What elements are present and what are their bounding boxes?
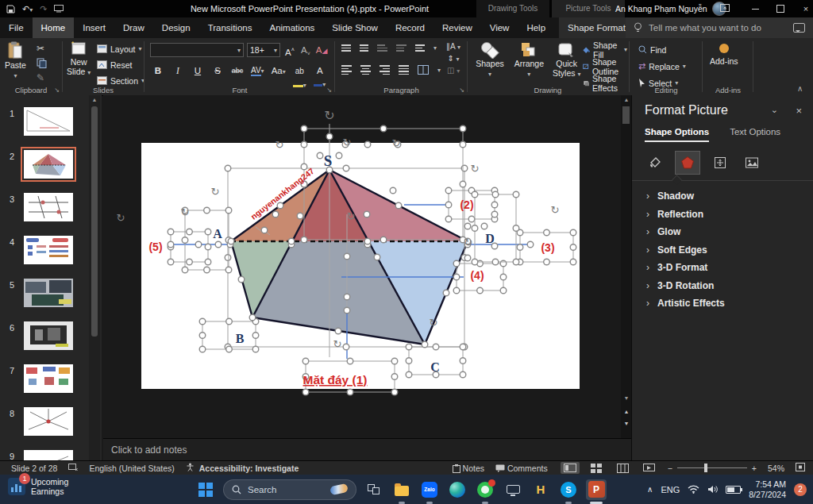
section-glow[interactable]: ›Glow: [632, 223, 813, 241]
tab-animations[interactable]: Animations: [260, 17, 323, 38]
replace-button[interactable]: ⇄ Replace▾: [638, 60, 686, 73]
tab-shape-options[interactable]: Shape Options: [645, 127, 709, 142]
panel-collapse-icon[interactable]: ⌄: [771, 105, 778, 115]
thumbnail-preview[interactable]: [24, 364, 73, 393]
underline-button[interactable]: U: [191, 64, 204, 77]
tab-home[interactable]: Home: [33, 17, 75, 38]
ribbon-display-options-button[interactable]: [713, 0, 737, 17]
font-color-button[interactable]: A▾: [314, 64, 326, 77]
selection-handle[interactable]: [277, 202, 283, 209]
slide-sorter-view-button[interactable]: [588, 462, 606, 475]
display-app-button[interactable]: [503, 479, 523, 500]
previous-slide-button[interactable]: ▲: [621, 409, 632, 414]
bullets-button[interactable]: [341, 44, 351, 52]
zoom-slider[interactable]: [677, 467, 747, 468]
selection-handle[interactable]: [199, 333, 206, 339]
selection-handle[interactable]: [391, 374, 398, 380]
selection-handle[interactable]: [468, 216, 475, 222]
restore-button[interactable]: [769, 0, 792, 17]
tab-record[interactable]: Record: [387, 17, 433, 38]
fill-line-icon[interactable]: [643, 152, 667, 174]
undo-button[interactable]: ↶▾: [22, 4, 33, 14]
selection-handle[interactable]: [205, 244, 211, 250]
selection-handle[interactable]: [344, 294, 350, 300]
selection-handle[interactable]: [406, 344, 412, 350]
selection-handle[interactable]: [491, 211, 498, 217]
scroll-up-icon[interactable]: ▲: [89, 97, 100, 102]
align-left-button[interactable]: [341, 65, 352, 75]
zoom-out-button[interactable]: −: [668, 464, 672, 473]
selection-handle[interactable]: [513, 225, 519, 232]
selection-handle[interactable]: [445, 202, 452, 208]
slide-editing-canvas[interactable]: ↻↻↻↻↻↻↻↻↻↻↻↻↻ S A B C D (5) (2) (3) (4) …: [103, 95, 631, 438]
notes-pane[interactable]: Click to add notes: [103, 438, 631, 460]
tab-review[interactable]: Review: [433, 17, 481, 38]
selection-handle[interactable]: [492, 259, 499, 265]
selection-handle[interactable]: [317, 152, 323, 159]
layout-button[interactable]: Layout▾: [97, 42, 144, 56]
tab-shape-format[interactable]: Shape Format: [559, 17, 634, 38]
start-button[interactable]: [195, 479, 216, 500]
selection-handle[interactable]: [460, 181, 466, 187]
font-name-combo[interactable]: ▾: [150, 43, 244, 57]
selection-handle[interactable]: [225, 267, 232, 273]
selection-handle[interactable]: [301, 237, 307, 243]
change-case-button[interactable]: Aa▾: [272, 64, 286, 77]
selection-handle[interactable]: [570, 244, 576, 251]
selection-handle[interactable]: [461, 165, 468, 171]
callout-label-4[interactable]: (4): [470, 269, 484, 282]
selection-handle[interactable]: [406, 371, 412, 378]
selection-handle[interactable]: [513, 259, 519, 265]
display-settings-icon[interactable]: [68, 464, 78, 473]
skype-button[interactable]: S: [558, 479, 579, 500]
vertex-label-s[interactable]: S: [324, 152, 333, 169]
minimize-button[interactable]: [743, 0, 767, 17]
selection-handle[interactable]: [301, 125, 307, 132]
selection-handle[interactable]: [472, 225, 478, 232]
vertex-label-c[interactable]: C: [430, 360, 440, 374]
speaker-icon[interactable]: [707, 485, 718, 494]
language-indicator[interactable]: English (United States): [89, 464, 174, 473]
addins-button[interactable]: Add-ins: [710, 38, 738, 66]
thumbnail-preview[interactable]: [24, 150, 73, 179]
rotate-handle-icon[interactable]: ↻: [181, 206, 190, 218]
selection-handle[interactable]: [168, 241, 174, 248]
canvas-scrollbar[interactable]: ▲ ▼ ▲ ▼: [621, 95, 631, 438]
task-view-button[interactable]: [364, 479, 384, 500]
vertex-label-b[interactable]: B: [236, 332, 245, 345]
selection-handle[interactable]: [422, 341, 428, 348]
slideshow-view-button[interactable]: [640, 462, 658, 475]
increase-indent-button[interactable]: [396, 44, 406, 52]
highlight-button[interactable]: ab▾: [293, 64, 306, 77]
tab-file[interactable]: File: [0, 17, 33, 38]
selection-handle[interactable]: [374, 254, 380, 260]
selection-handle[interactable]: [464, 255, 471, 261]
selection-handle[interactable]: [460, 358, 466, 364]
selection-handle[interactable]: [460, 125, 466, 132]
effects-icon[interactable]: [675, 151, 700, 175]
align-center-button[interactable]: [360, 65, 371, 75]
section-soft-edges[interactable]: ›Soft Edges: [632, 241, 813, 260]
weather-widget[interactable]: 1 UpcomingEarnings: [8, 477, 68, 496]
strikethrough-button[interactable]: S: [211, 64, 224, 77]
tab-transitions[interactable]: Transitions: [199, 17, 261, 38]
selection-handle[interactable]: [272, 211, 279, 217]
tab-insert[interactable]: Insert: [74, 17, 114, 38]
selection-handle[interactable]: [326, 133, 333, 140]
selection-handle[interactable]: [517, 244, 523, 251]
selection-handle[interactable]: [226, 346, 233, 352]
selection-handle[interactable]: [481, 223, 487, 229]
paragraph-launcher-icon[interactable]: ↘: [459, 87, 464, 94]
close-button[interactable]: ×: [794, 0, 813, 17]
selection-handle[interactable]: [225, 207, 232, 214]
subscript-strike-button[interactable]: abc: [231, 64, 244, 77]
selection-handle[interactable]: [301, 141, 307, 148]
rotate-handle-icon[interactable]: ↻: [392, 137, 401, 149]
selection-handle[interactable]: [570, 259, 576, 265]
messaging-app-button[interactable]: [475, 479, 495, 500]
rotate-handle-icon[interactable]: ↻: [464, 237, 473, 248]
selection-handle[interactable]: [527, 241, 534, 248]
section-3-d-rotation[interactable]: ›3-D Rotation: [632, 277, 813, 295]
rotate-handle-icon[interactable]: ↻: [343, 137, 352, 148]
selection-handle[interactable]: [544, 259, 550, 265]
